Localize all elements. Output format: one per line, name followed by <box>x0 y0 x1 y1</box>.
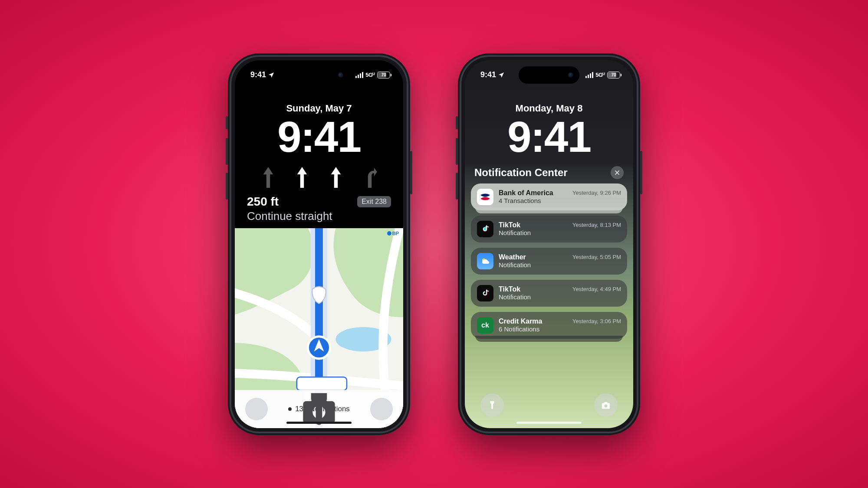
app-icon-tiktok <box>477 285 493 301</box>
camera-button[interactable] <box>594 393 618 417</box>
screen-right: 9:41 5Gᵁ 70 Monday, May 8 9:41 Notificat… <box>465 60 633 428</box>
nav-distance: 250 ft <box>247 195 279 209</box>
lane-arrow-straight-icon <box>261 167 276 188</box>
notification-app: Bank of America <box>499 189 567 197</box>
notification-item[interactable]: TikTok Notification Yesterday, 4:49 PM <box>471 280 627 307</box>
notification-sub: Notification <box>499 293 567 301</box>
power-button[interactable] <box>640 151 642 194</box>
battery-pct: 70 <box>611 72 616 77</box>
screen-left: 9:41 5Gᵁ 70 Sunday, May 7 9:41 <box>235 60 403 428</box>
notification-app: TikTok <box>499 221 567 229</box>
status-time: 9:41 <box>250 70 266 79</box>
volume-down-button[interactable] <box>456 173 458 200</box>
battery-icon: 70 <box>607 72 620 79</box>
notification-sub: 6 Notifications <box>499 325 567 333</box>
nav-widget[interactable]: 250 ft Exit 238 Continue straight <box>235 167 403 228</box>
notification-time: Yesterday, 3:06 PM <box>572 318 621 324</box>
close-icon <box>614 170 620 176</box>
notification-item[interactable]: TikTok Notification Yesterday, 8:13 PM <box>471 216 627 242</box>
dynamic-island[interactable] <box>289 66 349 84</box>
notification-time: Yesterday, 5:05 PM <box>572 254 621 260</box>
phone-right: 9:41 5Gᵁ 70 Monday, May 8 9:41 Notificat… <box>458 53 640 435</box>
mute-switch[interactable] <box>456 116 458 129</box>
lane-arrow-right-icon <box>362 167 377 188</box>
flashlight-button[interactable] <box>480 393 504 417</box>
app-icon-creditkarma: ck <box>477 317 493 334</box>
notification-sub: Notification <box>499 229 567 236</box>
notification-item[interactable]: Bank of America 4 Transactions Yesterday… <box>471 183 627 210</box>
phone-left: 9:41 5Gᵁ 70 Sunday, May 7 9:41 <box>228 53 410 435</box>
app-icon-weather <box>477 253 493 269</box>
notification-sub: 2 Notifications <box>499 347 621 354</box>
lock-time: 9:41 <box>235 115 403 158</box>
notification-time: Yesterday, 4:49 PM <box>572 286 621 292</box>
notification-sub: Notification <box>499 261 567 269</box>
app-icon-tiktok <box>477 221 493 237</box>
location-icon <box>498 72 505 79</box>
home-indicator[interactable] <box>516 422 582 424</box>
volume-up-button[interactable] <box>456 138 458 165</box>
svg-point-8 <box>487 348 488 349</box>
svg-rect-4 <box>297 377 347 390</box>
battery-pct: 70 <box>381 72 386 77</box>
cell-signal-icon <box>355 72 363 78</box>
notification-sub: 4 Transactions <box>499 197 567 204</box>
flashlight-icon <box>487 400 497 410</box>
notification-list[interactable]: Bank of America 4 Transactions Yesterday… <box>465 183 633 364</box>
notification-app: Weather <box>499 253 567 261</box>
notification-item[interactable]: Weather Notification Yesterday, 5:05 PM <box>471 248 627 275</box>
home-indicator[interactable] <box>286 422 352 424</box>
network-label: 5Gᵁ <box>365 72 375 78</box>
svg-rect-6 <box>482 347 489 354</box>
notification-center-header: Notification Center <box>465 158 633 183</box>
svg-point-7 <box>484 349 487 352</box>
location-icon <box>268 72 275 79</box>
camera-button[interactable] <box>370 398 393 420</box>
app-icon-boa <box>477 189 493 205</box>
camera-icon <box>601 400 611 410</box>
status-time: 9:41 <box>480 70 496 79</box>
map-view[interactable]: BP 134 Notifications <box>235 228 403 428</box>
lane-arrow-straight-icon <box>295 167 309 188</box>
battery-icon: 70 <box>377 72 390 79</box>
mute-switch[interactable] <box>226 116 228 129</box>
exit-badge: Exit 238 <box>357 196 391 207</box>
nav-instruction: Continue straight <box>243 209 395 228</box>
dynamic-island[interactable] <box>519 66 579 84</box>
network-label: 5Gᵁ <box>595 72 605 78</box>
notification-item[interactable]: ck Credit Karma 6 Notifications Yesterda… <box>471 312 627 339</box>
volume-up-button[interactable] <box>226 138 228 165</box>
lane-guidance <box>243 167 395 188</box>
notification-app: TikTok <box>499 285 567 293</box>
app-icon-instagram <box>477 342 493 359</box>
lock-time: 9:41 <box>465 115 633 158</box>
lane-arrow-straight-icon <box>329 167 343 188</box>
notification-app: Credit Karma <box>499 318 567 325</box>
power-button[interactable] <box>410 151 412 194</box>
lock-bottom-bar <box>465 393 633 417</box>
notification-time: Yesterday, 9:26 PM <box>572 190 621 196</box>
nc-close-button[interactable] <box>611 166 624 179</box>
nc-title: Notification Center <box>474 167 568 179</box>
map-attribution: BP <box>387 231 399 236</box>
cell-signal-icon <box>585 72 593 78</box>
volume-down-button[interactable] <box>226 173 228 200</box>
notification-time: Yesterday, 8:13 PM <box>572 222 621 228</box>
